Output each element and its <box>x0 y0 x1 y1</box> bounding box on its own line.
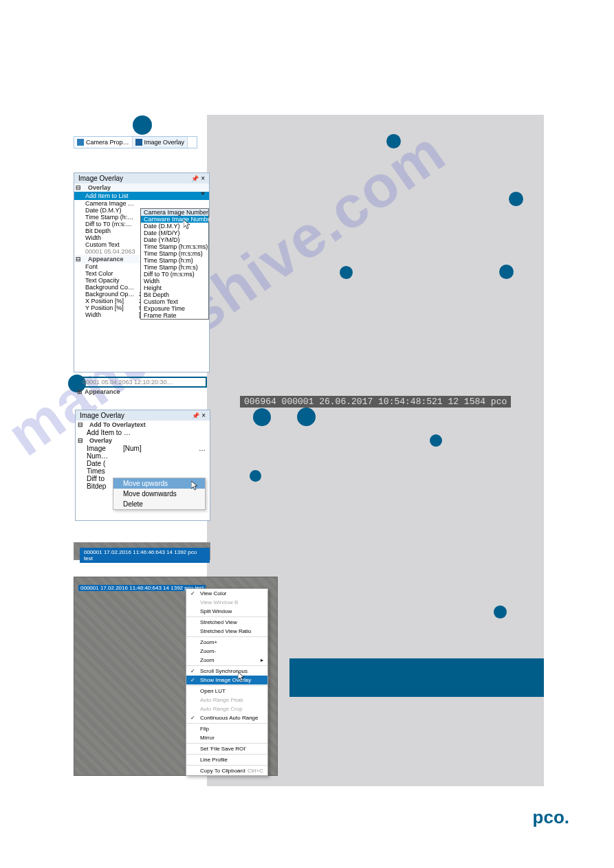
panel-title-text: Image Overlay <box>80 412 124 419</box>
property-row[interactable]: Date ( <box>76 460 210 467</box>
menu-view-window-b: View Window B <box>186 598 267 607</box>
view-context-menu: View Color View Window B Split Window St… <box>186 588 268 776</box>
overlay-section-header[interactable]: ⊟Overlay <box>76 436 210 445</box>
callout-dot <box>297 408 316 426</box>
menu-continuous-auto-range[interactable]: Continuous Auto Range <box>186 713 267 722</box>
add-overlaytext-header[interactable]: ⊟Add To Overlaytext <box>76 421 210 429</box>
tab-image-overlay[interactable]: Image Overlay <box>133 137 188 148</box>
menu-mirror[interactable]: Mirror <box>186 733 267 742</box>
menu-stretched-view[interactable]: Stretched View <box>186 618 267 627</box>
menu-set-roi[interactable]: Set 'File Save ROI' <box>186 744 267 753</box>
panel-title-text: Image Overlay <box>78 175 123 182</box>
callout-dot <box>499 265 514 279</box>
overlay-preview: 00001 05.04.2063 12:10:20:30… <box>77 377 207 388</box>
pin-icon[interactable]: 📌 <box>192 412 199 419</box>
blue-highlight-block <box>289 658 544 697</box>
cursor-icon <box>191 481 198 491</box>
menu-auto-range-crop: Auto Range Crop <box>186 704 267 713</box>
menu-view-color[interactable]: View Color <box>186 589 267 598</box>
menu-show-image-overlay[interactable]: Show Image Overlay <box>186 676 267 685</box>
dropdown-item[interactable]: Date (D.M.Y) <box>141 223 208 230</box>
menu-open-lut[interactable]: Open LUT <box>186 687 267 695</box>
callout-dot <box>250 470 261 482</box>
add-item-row[interactable]: Add Item to … <box>76 429 210 436</box>
dropdown-item[interactable]: Date (Y/M/D) <box>141 236 208 243</box>
menu-zoom-minus[interactable]: Zoom- <box>186 647 267 656</box>
overlay-output-sample: 006964 000001 26.06.2017 10:54:48:521 12… <box>240 396 511 408</box>
overlay-icon <box>135 139 142 146</box>
overlay-bar-text: 000001 17.02.2016 11:46:46:643 14 1392 p… <box>80 548 210 563</box>
menu-copy[interactable]: Copy To ClipboardCtrl+C <box>186 766 267 775</box>
dropdown-item[interactable]: Camera Image Number <box>141 209 208 216</box>
dropdown-item[interactable]: Height <box>141 285 208 291</box>
cursor-icon <box>184 220 190 230</box>
chevron-down-icon <box>201 192 205 195</box>
appearance-footer[interactable]: ⊞Appearance <box>77 388 120 395</box>
overlay-section-header[interactable]: ⊟Overlay <box>74 183 209 192</box>
callout-dot <box>253 408 271 426</box>
dropdown-item[interactable]: Bit Depth <box>141 291 208 298</box>
dropdown-item[interactable]: Diff to T0 (m:s:ms) <box>141 271 208 278</box>
dropdown-item[interactable]: Exposure Time <box>141 305 208 312</box>
tab-camera-properties[interactable]: Camera Prop… <box>74 137 133 148</box>
dropdown-item[interactable]: Time Stamp (h:m:s) <box>141 264 208 271</box>
menu-scroll-synchronous[interactable]: Scroll Synchronous <box>186 667 267 676</box>
property-row[interactable]: Times <box>76 467 210 475</box>
callout-dot <box>509 192 523 206</box>
tab-label: Image Overlay <box>144 139 185 146</box>
dropdown-item[interactable]: Date (M/D/Y) <box>141 230 208 236</box>
menu-line-profile[interactable]: Line Profile <box>186 755 267 764</box>
dropdown-item-selected[interactable]: Camware Image Numbe <box>141 216 208 223</box>
callout-dot <box>340 266 353 279</box>
dropdown-item[interactable]: Time Stamp (h:m) <box>141 257 208 264</box>
brand-logo: pco. <box>533 807 569 828</box>
panel-title: Image Overlay 📌 × <box>76 410 210 421</box>
add-item-dropdown[interactable]: Camera Image Number Camware Image Numbe … <box>140 208 209 320</box>
callout-dot <box>133 115 152 135</box>
close-icon[interactable]: × <box>201 412 206 419</box>
property-row[interactable]: Camera Image N… <box>74 200 209 207</box>
overlay-bar-sample-container: 000001 17.02.2016 11:46:46:643 14 1392 p… <box>74 542 210 560</box>
cursor-icon <box>238 672 245 682</box>
panel-title: Image Overlay 📌 × <box>74 173 209 183</box>
camera-icon <box>77 139 84 146</box>
menu-stretched-view-ratio[interactable]: Stretched View Ratio <box>186 627 267 636</box>
callout-dot <box>430 434 442 447</box>
callout-dot <box>494 605 507 619</box>
dropdown-item[interactable]: Width <box>141 278 208 285</box>
menu-flip[interactable]: Flip <box>186 724 267 733</box>
dropdown-item[interactable]: Time Stamp (h:m:s:ms) <box>141 243 208 250</box>
menu-auto-range-peak: Auto Range Peak <box>186 695 267 704</box>
dropdown-item[interactable]: Time Stamp (m:s:ms) <box>141 250 208 257</box>
close-icon[interactable]: × <box>201 175 205 182</box>
add-item-button[interactable]: Add Item to List <box>74 192 209 200</box>
menu-zoom[interactable]: Zoom ▸ <box>186 656 267 665</box>
tab-label: Camera Prop… <box>86 139 129 146</box>
tab-bar: Camera Prop… Image Overlay <box>74 136 197 148</box>
dropdown-item[interactable]: Frame Rate <box>141 312 208 319</box>
menu-delete[interactable]: Delete <box>113 499 205 509</box>
menu-zoom-plus[interactable]: Zoom+ <box>186 638 267 647</box>
menu-split-window[interactable]: Split Window <box>186 607 267 616</box>
dropdown-item[interactable]: Custom Text <box>141 298 208 305</box>
pin-icon[interactable]: 📌 <box>191 175 199 182</box>
callout-dot <box>386 134 401 148</box>
property-row[interactable]: Image Num…[Num]… <box>76 445 210 460</box>
